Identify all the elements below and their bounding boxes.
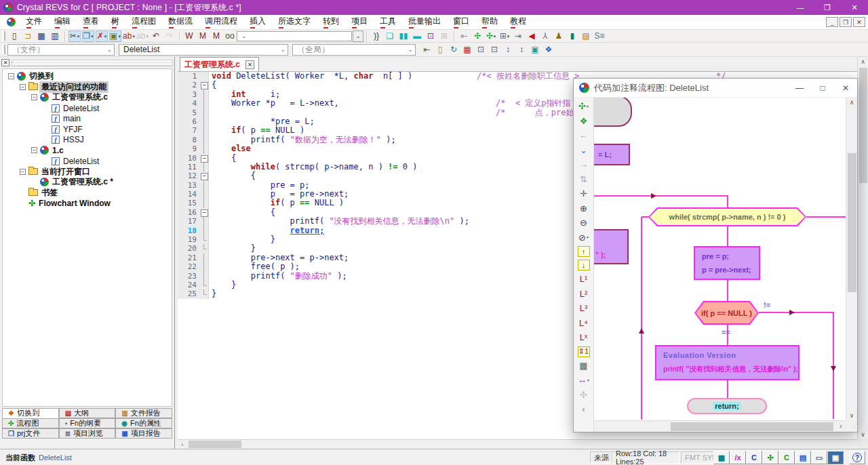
panel-tab[interactable]: ◉Fn的属性 xyxy=(115,418,172,428)
flow-body-node[interactable]: pre = p; p = pre->next; xyxy=(694,246,760,280)
collapse-icon[interactable]: − xyxy=(20,169,26,175)
panel-tab[interactable]: ▤大纲 xyxy=(59,408,116,418)
find-down-icon[interactable]: M xyxy=(197,31,209,42)
refresh-icon[interactable]: ↻ xyxy=(448,44,460,56)
delete-icon[interactable]: ✗ xyxy=(96,31,108,42)
flow-minimize-icon[interactable]: — xyxy=(788,79,811,98)
panel-tab[interactable]: ❐prj文件 xyxy=(2,428,59,439)
panel-scrollbar[interactable] xyxy=(12,60,173,66)
menu-item[interactable]: 编辑 xyxy=(48,14,77,30)
scroll-right-icon[interactable]: › xyxy=(836,422,846,430)
fold-toggle-icon[interactable] xyxy=(199,81,209,89)
panel-close-icon[interactable]: ✕ xyxy=(1,59,9,66)
width-icon[interactable]: ↔ xyxy=(575,373,593,388)
step-into-icon[interactable]: ⇤ xyxy=(420,44,433,56)
pane2-icon[interactable]: ⊡ xyxy=(488,44,500,56)
menu-item[interactable]: 所选文字 xyxy=(272,14,317,30)
level2-icon[interactable]: L² xyxy=(575,287,593,302)
help-window-icon[interactable]: ❖ xyxy=(542,44,555,56)
align-icon[interactable]: ⇤ xyxy=(458,31,470,42)
menu-item[interactable]: 数据流 xyxy=(162,14,199,30)
flowchart-mode-icon[interactable]: ✣ xyxy=(575,99,593,114)
menu-item[interactable]: 教程 xyxy=(504,14,532,30)
list-icon[interactable]: ▬ xyxy=(411,31,423,42)
collapse-icon[interactable]: − xyxy=(8,73,14,79)
file-combo[interactable]: （文件）⌄ xyxy=(7,44,115,56)
tree-item[interactable]: −当前打开窗口 xyxy=(3,166,172,177)
monitor-icon[interactable]: ⊡ xyxy=(425,31,437,42)
comment-toggle-icon[interactable]: /x xyxy=(730,451,746,464)
undo-icon[interactable]: ↶ xyxy=(150,31,162,42)
level4-icon[interactable]: L⁴ xyxy=(575,316,593,331)
tab-close-icon[interactable]: ✕ xyxy=(245,60,254,69)
back-icon[interactable]: ← xyxy=(575,128,593,143)
tree-item[interactable]: ✣Flowchart Window xyxy=(3,198,172,209)
flowchart-icon[interactable]: ✣ xyxy=(471,31,484,42)
find-word-icon[interactable]: W xyxy=(183,31,195,42)
search-combo-button[interactable]: ⌄ xyxy=(353,31,363,42)
flow-assign-node[interactable]: = L; xyxy=(594,144,630,165)
tree-icon[interactable]: ⅄ xyxy=(539,31,551,42)
flow-maximize-icon[interactable]: □ xyxy=(811,79,834,98)
find-in-files-icon[interactable]: oo xyxy=(224,31,236,42)
bar-icon[interactable]: ▮ xyxy=(566,31,578,42)
flow-eval-node[interactable]: Evaluation Version printf( "没有找到相关信息，无法删… xyxy=(655,345,800,380)
window-icon[interactable]: ▣ xyxy=(529,44,541,56)
level1-icon[interactable]: L¹ xyxy=(575,272,593,287)
flow-return-node[interactable]: return; xyxy=(687,398,767,414)
restore-icon[interactable]: ❐ xyxy=(814,0,841,15)
level3-icon[interactable]: L³ xyxy=(575,301,593,316)
flow-vscrollbar[interactable]: ∧ ∨ xyxy=(846,98,857,420)
tree-item[interactable]: −工资管理系统.c xyxy=(3,92,172,103)
menu-item[interactable]: 流程图 xyxy=(125,14,162,30)
search-combo[interactable]: ⌄ xyxy=(237,31,352,41)
panel-tab[interactable]: ≣项目浏览 xyxy=(59,428,116,439)
back-icon[interactable]: ◀ xyxy=(526,31,538,42)
down-level-icon[interactable]: ↓ xyxy=(578,260,590,270)
tree-item[interactable]: −最近访问过的功能 xyxy=(3,82,172,93)
grid-view-icon[interactable]: ▦ xyxy=(713,451,730,464)
frame-icon[interactable]: ▯ xyxy=(434,44,446,56)
mdi-restore-icon[interactable]: ❐ xyxy=(840,17,852,27)
fold-toggle-icon[interactable] xyxy=(199,171,209,180)
pan-icon[interactable]: ✛ xyxy=(575,186,593,201)
flow-close-icon[interactable]: ✕ xyxy=(834,79,857,98)
scroll-down-icon[interactable]: ∨ xyxy=(858,431,868,438)
flow-if-node[interactable]: if( p == NULL ) xyxy=(694,301,759,325)
collapse-icon[interactable]: − xyxy=(20,84,26,90)
new-file-icon[interactable]: ▯ xyxy=(8,31,20,42)
replace2-icon[interactable]: ab xyxy=(136,31,149,42)
report-icon[interactable]: ▤ xyxy=(580,31,592,42)
menu-item[interactable]: 插入 xyxy=(243,14,272,30)
editor-vscrollbar[interactable]: ∧ ∨ xyxy=(857,57,868,439)
scroll-up-icon[interactable]: ∧ xyxy=(858,58,868,65)
menu-item[interactable]: 调用流程 xyxy=(199,14,243,30)
brace-icon[interactable]: )} xyxy=(370,31,382,42)
up-level-icon[interactable]: ↑ xyxy=(578,246,590,257)
menu-item[interactable]: 项目 xyxy=(345,14,374,30)
sort-icon[interactable]: S≡ xyxy=(593,31,606,42)
tree-item[interactable]: 工资管理系统.c * xyxy=(3,177,172,188)
menu-item[interactable]: 工具 xyxy=(374,14,402,30)
flow-start-node[interactable] xyxy=(594,98,632,127)
collapse-icon[interactable]: − xyxy=(31,94,37,100)
zoom-in-icon[interactable]: ⊕ xyxy=(575,201,593,216)
menu-item[interactable]: 批量输出 xyxy=(402,14,447,30)
pane-icon[interactable]: ⊡ xyxy=(475,44,487,56)
panel-tab[interactable]: ▪Fn的纲要 xyxy=(59,418,116,428)
level-x-icon[interactable]: Lˣ xyxy=(575,330,593,345)
scroll-left-icon[interactable]: ‹ xyxy=(178,440,187,449)
mdi-minimize-icon[interactable]: _ xyxy=(826,17,838,27)
scope-combo[interactable]: （全局）⌄ xyxy=(292,44,416,56)
close-icon[interactable]: ✕ xyxy=(841,0,868,15)
fold-toggle-icon[interactable] xyxy=(199,208,209,217)
updown-icon[interactable]: ↕ xyxy=(502,44,514,56)
updown2-icon[interactable]: ↕ xyxy=(515,44,528,56)
vscroll-thumb[interactable] xyxy=(859,68,867,183)
monitor2-icon[interactable]: ⊠ xyxy=(438,31,450,42)
replace-icon[interactable]: ab xyxy=(123,31,135,42)
tree-item[interactable]: fDeleteList xyxy=(3,103,172,114)
node-view-icon[interactable]: ❖ xyxy=(575,114,593,129)
scroll-up-icon[interactable]: ∧ xyxy=(846,99,857,106)
doc-icon[interactable]: ▤ xyxy=(795,451,811,464)
